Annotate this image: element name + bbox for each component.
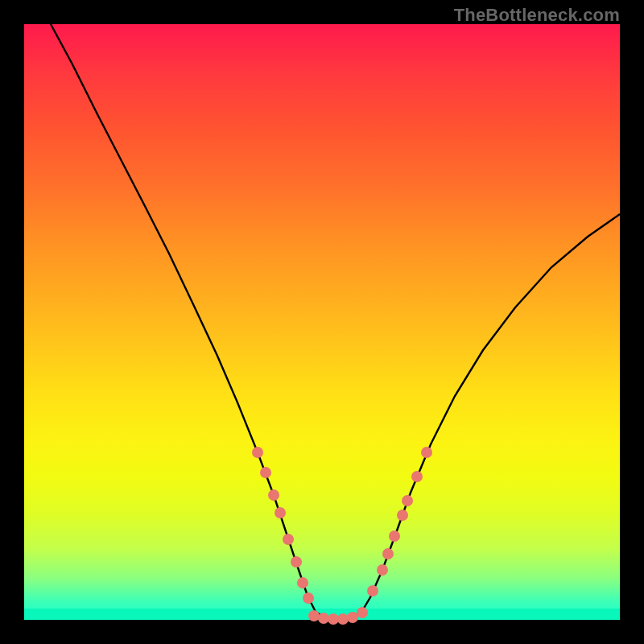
- chart-frame: TheBottleneck.com: [0, 0, 644, 644]
- curve-dot: [260, 467, 271, 478]
- curve-dot: [382, 548, 394, 559]
- curve-dot: [367, 585, 378, 597]
- curve-dot: [303, 592, 314, 604]
- curve-dot: [308, 610, 320, 621]
- curve-dot: [283, 534, 294, 545]
- curve-dot: [377, 564, 388, 576]
- curve-dot: [318, 613, 329, 624]
- curve-dot: [297, 577, 308, 588]
- curve-dot: [347, 612, 358, 623]
- curve-dot: [337, 613, 349, 625]
- plot-area: [24, 24, 620, 620]
- curve-dot: [357, 607, 368, 618]
- curve-dot: [411, 471, 423, 482]
- bottleneck-curve: [51, 24, 620, 618]
- curve-svg: [24, 24, 620, 620]
- curve-dot: [397, 510, 408, 521]
- curve-dot: [291, 556, 302, 568]
- curve-dot: [328, 613, 339, 625]
- curve-dots: [252, 447, 432, 625]
- curve-dot: [402, 495, 413, 506]
- curve-dot: [275, 507, 286, 518]
- curve-dot: [421, 447, 432, 458]
- curve-dot: [268, 489, 279, 501]
- curve-dot: [252, 447, 263, 458]
- curve-dot: [389, 530, 400, 542]
- attribution-label: TheBottleneck.com: [454, 5, 620, 26]
